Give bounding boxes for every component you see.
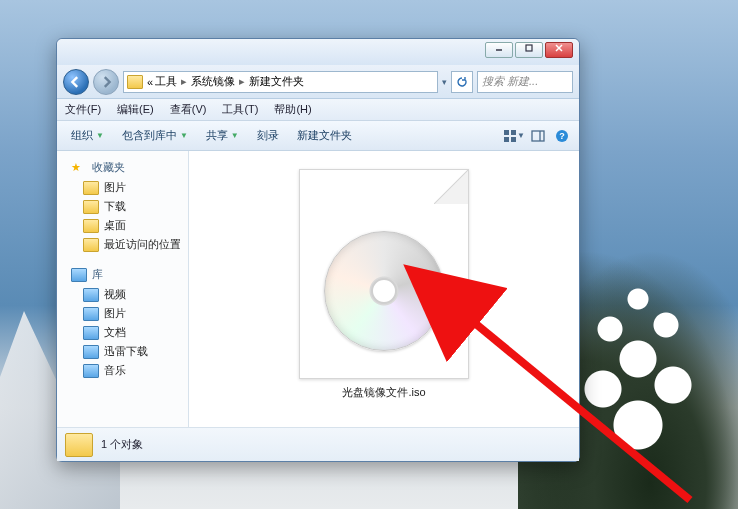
svg-rect-6 bbox=[504, 137, 509, 142]
menu-bar: 文件(F) 编辑(E) 查看(V) 工具(T) 帮助(H) bbox=[57, 99, 579, 121]
sidebar-item-music[interactable]: 音乐 bbox=[57, 361, 188, 380]
share-button[interactable]: 共享▼ bbox=[198, 125, 247, 146]
folder-icon bbox=[83, 181, 99, 195]
address-bar: « 工具▸ 系统镜像▸ 新建文件夹 ▾ 搜索 新建... bbox=[57, 65, 579, 99]
library-icon bbox=[83, 326, 99, 340]
file-list-pane[interactable]: 光盘镜像文件.iso bbox=[189, 151, 579, 427]
navigation-pane[interactable]: ★收藏夹 图片 下载 桌面 最近访问的位置 库 视频 图片 文档 迅雷下载 音乐 bbox=[57, 151, 189, 427]
library-icon bbox=[83, 288, 99, 302]
desktop-wallpaper: « 工具▸ 系统镜像▸ 新建文件夹 ▾ 搜索 新建... 文件(F) 编辑(E)… bbox=[0, 0, 738, 509]
new-folder-button[interactable]: 新建文件夹 bbox=[289, 125, 360, 146]
menu-edit[interactable]: 编辑(E) bbox=[109, 102, 162, 117]
folder-icon bbox=[83, 219, 99, 233]
library-icon bbox=[71, 268, 87, 282]
folder-icon bbox=[83, 200, 99, 214]
file-name-label: 光盘镜像文件.iso bbox=[342, 385, 425, 400]
minimize-button[interactable] bbox=[485, 42, 513, 58]
folder-icon bbox=[65, 433, 93, 457]
wallpaper-snow-tree bbox=[568, 269, 708, 469]
svg-rect-5 bbox=[511, 130, 516, 135]
file-item-iso[interactable]: 光盘镜像文件.iso bbox=[299, 169, 469, 400]
chevron-right-icon: ▸ bbox=[239, 75, 245, 88]
star-icon: ★ bbox=[71, 161, 87, 175]
view-mode-button[interactable]: ▼ bbox=[503, 126, 525, 146]
breadcrumb-lead: « bbox=[147, 76, 153, 88]
sidebar-item-downloads[interactable]: 下载 bbox=[57, 197, 188, 216]
menu-help[interactable]: 帮助(H) bbox=[266, 102, 319, 117]
breadcrumb-dropdown-icon[interactable]: ▾ bbox=[442, 77, 447, 87]
svg-text:?: ? bbox=[559, 131, 565, 141]
chevron-down-icon: ▼ bbox=[231, 131, 239, 140]
chevron-down-icon: ▼ bbox=[517, 131, 525, 140]
sidebar-item-recent[interactable]: 最近访问的位置 bbox=[57, 235, 188, 254]
explorer-window: « 工具▸ 系统镜像▸ 新建文件夹 ▾ 搜索 新建... 文件(F) 编辑(E)… bbox=[56, 38, 580, 462]
svg-rect-7 bbox=[511, 137, 516, 142]
sidebar-item-videos[interactable]: 视频 bbox=[57, 285, 188, 304]
menu-tools[interactable]: 工具(T) bbox=[214, 102, 266, 117]
organize-button[interactable]: 组织▼ bbox=[63, 125, 112, 146]
preview-pane-button[interactable] bbox=[527, 126, 549, 146]
sidebar-item-lib-pictures[interactable]: 图片 bbox=[57, 304, 188, 323]
menu-file[interactable]: 文件(F) bbox=[57, 102, 109, 117]
sidebar-group-favorites[interactable]: ★收藏夹 bbox=[57, 157, 188, 178]
sidebar-item-documents[interactable]: 文档 bbox=[57, 323, 188, 342]
help-button[interactable]: ? bbox=[551, 126, 573, 146]
breadcrumb[interactable]: « 工具▸ 系统镜像▸ 新建文件夹 bbox=[123, 71, 438, 93]
breadcrumb-item[interactable]: 新建文件夹 bbox=[249, 74, 304, 89]
search-input[interactable]: 搜索 新建... bbox=[477, 71, 573, 93]
status-bar: 1 个对象 bbox=[57, 427, 579, 461]
maximize-button[interactable] bbox=[515, 42, 543, 58]
svg-rect-8 bbox=[532, 131, 544, 141]
nav-back-button[interactable] bbox=[63, 69, 89, 95]
chevron-down-icon: ▼ bbox=[96, 131, 104, 140]
close-button[interactable] bbox=[545, 42, 573, 58]
sidebar-item-pictures[interactable]: 图片 bbox=[57, 178, 188, 197]
toolbar: 组织▼ 包含到库中▼ 共享▼ 刻录 新建文件夹 ▼ ? bbox=[57, 121, 579, 151]
nav-forward-button[interactable] bbox=[93, 69, 119, 95]
include-in-library-button[interactable]: 包含到库中▼ bbox=[114, 125, 196, 146]
svg-rect-1 bbox=[526, 45, 532, 51]
status-object-count: 1 个对象 bbox=[101, 437, 143, 452]
library-icon bbox=[83, 364, 99, 378]
sidebar-group-libraries[interactable]: 库 bbox=[57, 264, 188, 285]
iso-file-icon bbox=[299, 169, 469, 379]
chevron-down-icon: ▼ bbox=[180, 131, 188, 140]
folder-icon bbox=[83, 238, 99, 252]
menu-view[interactable]: 查看(V) bbox=[162, 102, 215, 117]
library-icon bbox=[83, 345, 99, 359]
breadcrumb-item[interactable]: 系统镜像 bbox=[191, 74, 235, 89]
library-icon bbox=[83, 307, 99, 321]
titlebar[interactable] bbox=[57, 39, 579, 65]
chevron-right-icon: ▸ bbox=[181, 75, 187, 88]
search-placeholder: 搜索 新建... bbox=[482, 74, 538, 89]
refresh-button[interactable] bbox=[451, 71, 473, 93]
folder-icon bbox=[127, 75, 143, 89]
disc-icon bbox=[324, 231, 444, 351]
sidebar-item-desktop[interactable]: 桌面 bbox=[57, 216, 188, 235]
svg-rect-4 bbox=[504, 130, 509, 135]
burn-button[interactable]: 刻录 bbox=[249, 125, 287, 146]
breadcrumb-item[interactable]: 工具 bbox=[155, 74, 177, 89]
sidebar-item-xunlei[interactable]: 迅雷下载 bbox=[57, 342, 188, 361]
